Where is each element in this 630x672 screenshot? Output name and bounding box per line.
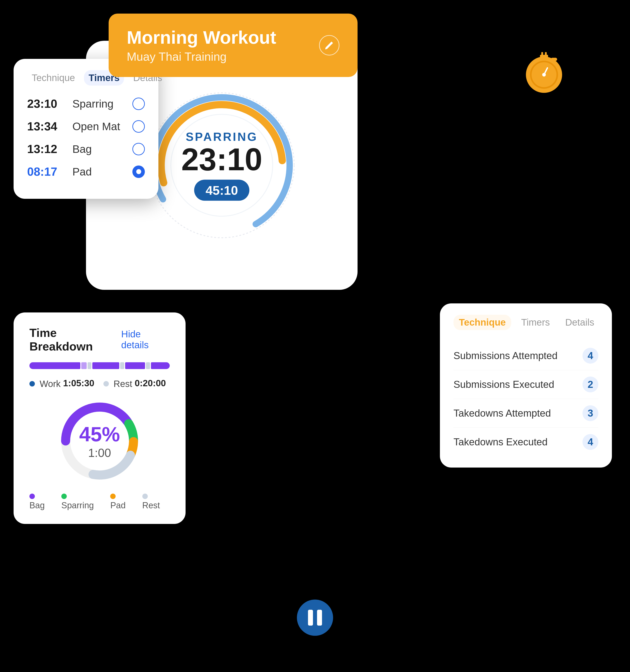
donut-legend-sparring: Sparring xyxy=(61,491,103,510)
timer-main-time: 23:10 xyxy=(181,144,262,175)
edit-icon-button[interactable] xyxy=(319,35,339,55)
bar-seg-remainder xyxy=(151,362,170,369)
timer-circle-inner: SPARRING 23:10 45:10 xyxy=(181,130,262,201)
header-subtitle: Muay Thai Training xyxy=(127,50,276,64)
technique-badge-1: 2 xyxy=(582,377,598,392)
timer-label-0: Sparring xyxy=(72,98,132,110)
pause-icon xyxy=(308,610,322,626)
donut-time: 1:00 xyxy=(79,446,120,459)
timer-rows: 23:10Sparring13:34Open Mat13:12Bag08:17P… xyxy=(27,97,145,178)
technique-badge-0: 4 xyxy=(582,348,598,364)
breakdown-title: Time Breakdown xyxy=(29,326,121,353)
timer-time-2: 13:12 xyxy=(27,142,72,156)
tab-technique[interactable]: Technique xyxy=(27,70,79,86)
donut-dot-sparring xyxy=(61,494,67,499)
timer-row-2[interactable]: 13:12Bag xyxy=(27,142,145,156)
technique-badge-2: 3 xyxy=(582,405,598,421)
bar-seg-rest3 xyxy=(146,362,150,369)
technique-badge-3: 4 xyxy=(582,434,598,450)
header-title: Morning Workout xyxy=(127,27,276,48)
timer-radio-0[interactable] xyxy=(132,98,145,110)
timer-label-2: Bag xyxy=(72,143,132,155)
technique-rows: Submissions Attempted4Submissions Execut… xyxy=(453,341,598,456)
donut-dot-rest xyxy=(142,494,148,499)
breakdown-card: Time Breakdown Hide details Work 1:05:30… xyxy=(14,312,185,524)
donut-label-rest: Rest xyxy=(142,501,160,510)
bar-seg-bag xyxy=(29,362,80,369)
timer-radio-1[interactable] xyxy=(132,120,145,133)
pause-bar-left xyxy=(308,610,313,626)
legend-label-rest: Rest xyxy=(114,379,132,389)
legend-dot-work xyxy=(29,381,35,386)
donut-dot-bag xyxy=(29,494,35,499)
donut-label-pad: Pad xyxy=(110,501,126,510)
donut-dot-pad xyxy=(110,494,116,499)
timer-row-0[interactable]: 23:10Sparring xyxy=(27,97,145,111)
timer-label-3: Pad xyxy=(72,166,132,178)
technique-tab-bar: Technique Timers Details xyxy=(453,315,598,330)
pause-bar-right xyxy=(317,610,322,626)
donut-label-sparring: Sparring xyxy=(61,501,94,510)
bar-seg-rest2 xyxy=(120,362,124,369)
donut-legend-rest: Rest xyxy=(142,491,170,510)
technique-name-0: Submissions Attempted xyxy=(453,350,558,361)
donut-legend-pad: Pad xyxy=(110,491,135,510)
technique-row-1: Submissions Executed2 xyxy=(453,370,598,399)
timer-row-3[interactable]: 08:17Pad xyxy=(27,165,145,178)
technique-name-2: Takedowns Attempted xyxy=(453,408,551,419)
stopwatch-icon xyxy=(521,45,566,96)
breakdown-legend: Work 1:05:30 Rest 0:20:00 xyxy=(29,378,170,389)
donut-legend-bag: Bag xyxy=(29,491,54,510)
timers-card: Technique Timers Details 23:10Sparring13… xyxy=(14,59,158,199)
technique-row-2: Takedowns Attempted3 xyxy=(453,399,598,428)
timer-radio-3[interactable] xyxy=(132,166,145,178)
header-card-text: Morning Workout Muay Thai Training xyxy=(127,27,276,64)
timer-time-0: 23:10 xyxy=(27,97,72,111)
donut-chart: 45% 1:00 xyxy=(59,400,140,482)
technique-row-0: Submissions Attempted4 xyxy=(453,341,598,370)
bar-seg-bag3 xyxy=(125,362,145,369)
tab-timers-t[interactable]: Timers xyxy=(516,315,555,330)
donut-label-bag: Bag xyxy=(29,501,45,510)
timer-circle: SPARRING 23:10 45:10 xyxy=(143,86,301,244)
hide-details-link[interactable]: Hide details xyxy=(121,329,170,351)
legend-work: Work 1:05:30 xyxy=(29,378,94,389)
technique-name-3: Takedowns Executed xyxy=(453,436,548,448)
svg-rect-7 xyxy=(545,52,547,56)
bar-seg-bag2 xyxy=(92,362,119,369)
donut-percent: 45% xyxy=(79,423,120,446)
breakdown-bar xyxy=(29,362,170,369)
svg-rect-5 xyxy=(540,55,548,58)
legend-dot-rest xyxy=(103,381,109,386)
scene: Morning Workout Muay Thai Training Techn… xyxy=(0,0,630,672)
legend-value-rest: 0:20:00 xyxy=(135,378,166,388)
timer-radio-2[interactable] xyxy=(132,143,145,155)
header-card: Morning Workout Muay Thai Training xyxy=(109,14,357,77)
donut-center: 45% 1:00 xyxy=(79,423,120,459)
timer-row-1[interactable]: 13:34Open Mat xyxy=(27,120,145,133)
pause-button[interactable] xyxy=(297,600,333,636)
svg-rect-8 xyxy=(551,58,557,61)
timer-time-3: 08:17 xyxy=(27,165,72,178)
breakdown-header: Time Breakdown Hide details xyxy=(29,326,170,353)
svg-rect-6 xyxy=(541,52,543,56)
bar-seg-rest1 xyxy=(87,362,92,369)
donut-legend: Bag Sparring Pad Rest xyxy=(29,491,170,510)
technique-row-3: Takedowns Executed4 xyxy=(453,428,598,456)
legend-rest: Rest 0:20:00 xyxy=(103,378,166,389)
timer-time-1: 13:34 xyxy=(27,120,72,133)
legend-value-work: 1:05:30 xyxy=(63,378,94,388)
timer-secondary-time: 45:10 xyxy=(194,180,249,201)
timer-label-1: Open Mat xyxy=(72,120,132,133)
tab-technique-active[interactable]: Technique xyxy=(453,315,511,330)
tab-details-t[interactable]: Details xyxy=(560,315,600,330)
legend-label-work: Work xyxy=(40,379,61,389)
technique-name-1: Submissions Executed xyxy=(453,379,554,390)
technique-card: Technique Timers Details Submissions Att… xyxy=(440,304,612,467)
bar-seg-sparring xyxy=(81,362,87,369)
